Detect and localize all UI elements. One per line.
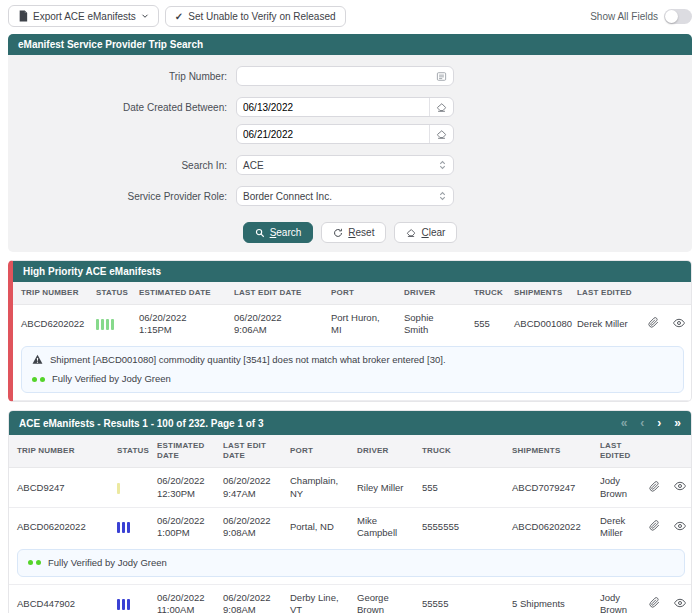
- col-attachment: [641, 282, 665, 305]
- eye-icon[interactable]: [674, 520, 686, 532]
- col-driver: DRIVER: [396, 282, 466, 305]
- trip-search-form: Trip Number: Date Created Between:: [8, 55, 692, 252]
- trip-number-input[interactable]: [237, 71, 436, 82]
- cell-shipments: ABCD7079247: [504, 468, 592, 508]
- col-estimated-date: ESTIMATED DATE: [149, 435, 215, 468]
- toggle-knob: [665, 10, 678, 23]
- pagination: « ‹ › »: [621, 416, 681, 430]
- col-trip-number: TRIP NUMBER: [13, 282, 88, 305]
- cell-shipments: ABCD06202022: [504, 508, 592, 547]
- panel-title: eManifest Service Provider Trip Search: [18, 39, 203, 50]
- cell-last-edited: Jody Brown: [592, 468, 642, 508]
- eye-icon[interactable]: [674, 597, 686, 609]
- verified-line: Fully Verified by Jody Green: [32, 373, 673, 385]
- cell-driver: George Brown: [349, 585, 414, 613]
- results-header-row: TRIP NUMBER STATUS ESTIMATED DATE LAST E…: [9, 435, 692, 468]
- cell-last-edited: Derek Miller: [569, 305, 641, 344]
- cell-estimated-date: 06/20/2022 1:00PM: [149, 508, 215, 547]
- col-status: STATUS: [88, 282, 131, 305]
- col-last-edit-date: LAST EDIT DATE: [215, 435, 282, 468]
- col-driver: DRIVER: [349, 435, 414, 468]
- table-row[interactable]: ABCD6202022 06/20/2022 1:15PM 06/20/2022…: [13, 305, 692, 344]
- col-truck: TRUCK: [414, 435, 504, 468]
- results-section: ACE eManifests - Results 1 - 100 of 232.…: [8, 410, 692, 613]
- export-ace-emanifests-button[interactable]: Export ACE eManifests: [8, 5, 159, 27]
- select-chevrons-icon: [438, 159, 447, 171]
- reset-button-label: Reset: [348, 227, 374, 238]
- col-shipments: SHIPMENTS: [504, 435, 592, 468]
- trip-number-input-wrap: [236, 66, 454, 86]
- col-status: STATUS: [109, 435, 149, 468]
- paperclip-icon[interactable]: [649, 597, 660, 608]
- clear-button[interactable]: Clear: [394, 222, 457, 243]
- eye-icon[interactable]: [673, 317, 685, 329]
- high-priority-title: High Priority ACE eManifests: [23, 266, 161, 277]
- col-truck: TRUCK: [466, 282, 506, 305]
- col-view: [666, 435, 692, 468]
- cell-shipments: 5 Shipments: [504, 585, 592, 613]
- col-trip-number: TRIP NUMBER: [9, 435, 109, 468]
- paperclip-icon[interactable]: [648, 317, 659, 328]
- cell-driver: Riley Miller: [349, 468, 414, 508]
- verified-line: Fully Verified by Jody Green: [28, 557, 674, 569]
- select-chevrons-icon: [438, 190, 447, 202]
- cell-trip-number: ABCD6202022: [13, 305, 88, 344]
- note-row: Fully Verified by Jody Green: [9, 547, 692, 585]
- date-to-clear-button[interactable]: [429, 125, 453, 143]
- show-all-fields-toggle[interactable]: [664, 9, 692, 24]
- paperclip-icon[interactable]: [649, 520, 660, 531]
- first-page-icon[interactable]: «: [621, 416, 628, 430]
- verified-dots-icon: [32, 377, 45, 382]
- high-priority-note-box: Shipment [ABCD001080] commodity quantity…: [21, 346, 684, 394]
- table-row[interactable]: ABCD06202022 06/20/2022 1:00PM 06/20/202…: [9, 508, 692, 547]
- show-all-fields-label: Show All Fields: [590, 11, 658, 22]
- set-unable-to-verify-button[interactable]: ✓ Set Unable to Verify on Released: [165, 6, 346, 27]
- high-priority-header: High Priority ACE eManifests: [13, 261, 691, 282]
- prev-page-icon[interactable]: ‹: [640, 416, 644, 430]
- cell-truck: 555: [414, 468, 504, 508]
- search-button[interactable]: Search: [243, 222, 314, 243]
- reset-button[interactable]: Reset: [321, 222, 386, 243]
- check-icon: ✓: [175, 11, 183, 22]
- col-last-edit-date: LAST EDIT DATE: [226, 282, 323, 305]
- cell-trip-number: ABCD447902: [9, 585, 109, 613]
- high-priority-header-row: TRIP NUMBER STATUS ESTIMATED DATE LAST E…: [13, 282, 692, 305]
- search-in-label: Search In:: [8, 160, 236, 171]
- cell-trip-number: ABCD9247: [9, 468, 109, 508]
- date-from-input[interactable]: [237, 102, 429, 113]
- next-page-icon[interactable]: ›: [657, 416, 661, 430]
- date-from-clear-button[interactable]: [429, 98, 453, 116]
- date-to-input[interactable]: [237, 129, 429, 140]
- last-page-icon[interactable]: »: [674, 416, 681, 430]
- col-view: [665, 282, 692, 305]
- cell-port: Portal, ND: [282, 508, 349, 547]
- search-in-select[interactable]: ACE: [236, 155, 454, 175]
- col-attachment: [642, 435, 666, 468]
- results-header: ACE eManifests - Results 1 - 100 of 232.…: [9, 411, 691, 435]
- search-icon: [255, 228, 265, 238]
- warning-line: Shipment [ABCD001080] commodity quantity…: [32, 354, 673, 366]
- set-unable-button-label: Set Unable to Verify on Released: [188, 11, 335, 22]
- date-created-between-label: Date Created Between:: [8, 102, 236, 113]
- top-toolbar: Export ACE eManifests ✓ Set Unable to Ve…: [8, 5, 692, 27]
- paperclip-icon[interactable]: [649, 481, 660, 492]
- col-estimated-date: ESTIMATED DATE: [131, 282, 226, 305]
- eraser-icon: [406, 228, 416, 238]
- cell-last-edit-date: 06/20/2022 9:47AM: [215, 468, 282, 508]
- warning-text: Shipment [ABCD001080] commodity quantity…: [50, 354, 446, 366]
- service-provider-role-select[interactable]: Border Connect Inc.: [236, 186, 454, 206]
- cell-last-edited: Derek Miller: [592, 508, 642, 547]
- service-provider-role-label: Service Provider Role:: [8, 191, 236, 202]
- cell-port: Port Huron, MI: [323, 305, 396, 344]
- col-last-edited: LAST EDITED: [592, 435, 642, 468]
- verified-dots-icon: [28, 560, 41, 565]
- eye-icon[interactable]: [674, 480, 686, 492]
- cell-trip-number: ABCD06202022: [9, 508, 109, 547]
- cell-truck: 5555555: [414, 508, 504, 547]
- table-row[interactable]: ABCD447902 06/20/2022 11:00AM 06/20/2022…: [9, 585, 692, 613]
- status-indicator: [109, 585, 149, 613]
- cell-driver: Mike Campbell: [349, 508, 414, 547]
- table-row[interactable]: ABCD9247 06/20/2022 12:30PM 06/20/2022 9…: [9, 468, 692, 508]
- high-priority-table: TRIP NUMBER STATUS ESTIMATED DATE LAST E…: [13, 282, 692, 401]
- verified-text: Fully Verified by Jody Green: [48, 557, 167, 569]
